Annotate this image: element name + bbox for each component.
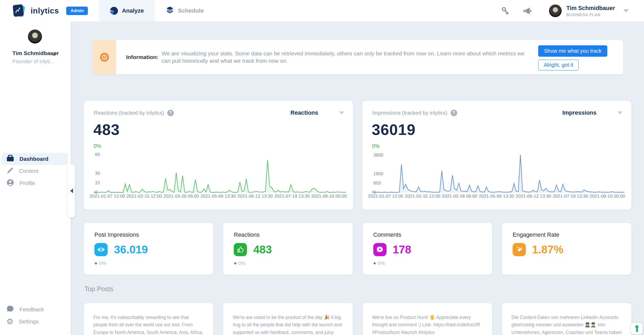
inlytics-logo-icon (13, 4, 26, 17)
sidebar-nav: Dashboard Content Profile (0, 153, 71, 189)
sidebar-collapse-handle[interactable] (68, 164, 75, 217)
chevron-down-icon (618, 111, 622, 114)
top-posts-title: Top Posts (84, 285, 113, 293)
main-content: Information: We are visualizing your sta… (71, 22, 644, 335)
y-axis-tick: 30 (95, 171, 100, 176)
post-card[interactable]: We're are voted to be the product of the… (223, 303, 352, 335)
post-text: Die Content-Daten von mehreren LinkedIn … (512, 314, 622, 335)
sidebar-profile: Tim Schmidbauer Founder of inlyti... (0, 22, 71, 65)
sidebar-user-subtitle: Founder of inlyti... (12, 59, 71, 65)
x-axis-label: 2021-01-07 12:00 (90, 194, 125, 199)
x-axis-label: 2021-02-15 12:00 (127, 194, 162, 199)
sidebar-item-label: Settings (19, 318, 39, 325)
x-axis-label: 2021-06-12 13:30 (516, 194, 551, 199)
sidebar-item-settings[interactable]: ⚙ Settings (2, 315, 68, 328)
post-card[interactable]: For me, it's indescribably rewarding to … (84, 303, 213, 335)
eye-icon (94, 243, 108, 256)
stat-card-engagement-rate: Engagement Rate 1.87% (502, 223, 631, 275)
stat-change: +0% (234, 260, 342, 266)
banner-label: Information: (126, 54, 158, 60)
thumbs-up-icon (234, 243, 247, 256)
dashboard-icon (6, 155, 14, 163)
top-navbar: inlytics Admin Analyze Schedule Tim Schm… (0, 0, 644, 22)
metric-selector[interactable]: Reactions (290, 109, 344, 116)
sidebar-item-label: Feedback (20, 306, 44, 313)
admin-badge[interactable]: Admin (66, 7, 88, 15)
y-axis-tick: 3800 (373, 153, 383, 158)
sidebar-user-name: Tim Schmidbauer (12, 50, 71, 56)
chevron-down-icon[interactable] (51, 53, 57, 57)
help-icon[interactable]: ? (167, 110, 174, 116)
metric-selector[interactable]: Impressions (562, 109, 622, 116)
extension-widget-button[interactable] (631, 323, 643, 334)
stats-row: Post Impressions 36.019 +0% Reactions 48… (84, 223, 631, 269)
x-axis-label: 2021-09-10 00:00 (311, 194, 347, 199)
post-card[interactable]: Die Content-Daten von mehreren LinkedIn … (502, 303, 631, 335)
top-posts-row: For me, it's indescribably rewarding to … (84, 303, 631, 335)
y-axis-tick: 60 (95, 152, 100, 157)
impressions-chart-card: Impressions (tracked by inlytics) ? Impr… (362, 101, 631, 210)
user-name: Tim Schmidbauer (566, 5, 615, 12)
show-track-button[interactable]: Show me what you track (538, 45, 607, 57)
tab-schedule-label: Schedule (178, 7, 204, 14)
banner-accent-strip (93, 40, 116, 74)
got-it-button[interactable]: Alright, got it (538, 60, 579, 70)
sidebar-item-feedback[interactable]: Feedback (2, 303, 68, 315)
y-axis-tick: 950 (373, 181, 381, 186)
stat-change (513, 260, 621, 266)
line-chart[interactable]: 01530602021-01-07 12:002021-02-15 12:002… (93, 154, 346, 199)
y-axis-tick: 1900 (373, 171, 383, 177)
post-text: We're live on Product Hunt! 🖐 Appreciate… (372, 314, 483, 335)
clap-icon (513, 243, 526, 256)
megaphone-icon[interactable] (522, 5, 533, 16)
x-axis-label: 2021-06-12 13:30 (237, 194, 273, 199)
brand: inlytics Admin (0, 0, 88, 22)
line-chart[interactable]: 0950190038002021-01-07 12:002021-02-15 1… (372, 154, 624, 199)
banner-text: We are visualizing your stats. Some data… (161, 50, 528, 65)
stat-card-reactions: Reactions 483 +0% (223, 223, 352, 275)
chevron-down-icon (623, 9, 629, 12)
metric-selector-label: Reactions (290, 109, 318, 116)
user-menu[interactable]: Tim Schmidbauer BUSINESS PLAN (549, 4, 629, 17)
gear-icon: ⚙ (6, 318, 13, 326)
sidebar-avatar (28, 30, 42, 43)
sidebar: Tim Schmidbauer Founder of inlyti... Das… (0, 22, 71, 335)
x-axis-label: 2021-05-06 13:30 (201, 194, 236, 199)
stat-card-post-impressions: Post Impressions 36.019 +0% (84, 223, 213, 275)
sidebar-item-label: Dashboard (20, 156, 49, 162)
help-icon[interactable]: ? (451, 110, 457, 116)
info-banner: Information: We are visualizing your sta… (93, 40, 623, 74)
metric-value: 483 (93, 121, 120, 138)
post-card[interactable]: We're live on Product Hunt! 🖐 Appreciate… (363, 303, 492, 335)
stat-title: Post Impressions (94, 231, 203, 238)
user-avatar (549, 4, 562, 17)
sidebar-item-dashboard[interactable]: Dashboard (2, 153, 68, 165)
person-icon (6, 179, 14, 188)
comment-icon (373, 243, 387, 256)
stat-title: Reactions (234, 231, 342, 238)
x-axis-label: 2021-07-19 13:30 (553, 194, 588, 199)
sidebar-item-content[interactable]: Content (2, 165, 68, 177)
sidebar-item-profile[interactable]: Profile (2, 177, 68, 189)
collapse-arrow-icon (70, 188, 73, 193)
tab-schedule[interactable]: Schedule (155, 0, 215, 22)
reactions-chart-card: Reactions (tracked by inlytics) ? Reacti… (84, 101, 353, 210)
key-icon[interactable] (500, 5, 511, 16)
stat-card-comments: Comments 178 +0% (363, 223, 492, 275)
metric-value: 36019 (372, 121, 416, 138)
chart-title: Reactions (tracked by inlytics) (94, 110, 164, 116)
clock-icon (100, 53, 109, 62)
user-plan-badge: BUSINESS PLAN (566, 12, 615, 17)
x-axis-label: 2021-01-07 12:00 (368, 194, 403, 199)
sidebar-item-label: Content (19, 168, 39, 174)
y-axis-tick: 15 (95, 180, 100, 186)
post-text: For me, it's indescribably rewarding to … (93, 314, 204, 335)
x-axis-label: 2021-07-19 13:30 (274, 194, 310, 199)
tab-analyze[interactable]: Analyze (99, 0, 155, 22)
brand-name: inlytics (31, 6, 59, 15)
metric-change: 0% (94, 143, 101, 149)
keyhole-icon (635, 325, 639, 332)
x-axis-label: 2021-02-15 12:00 (405, 194, 440, 199)
stat-title: Engagement Rate (513, 231, 621, 238)
tab-analyze-label: Analyze (122, 7, 144, 14)
